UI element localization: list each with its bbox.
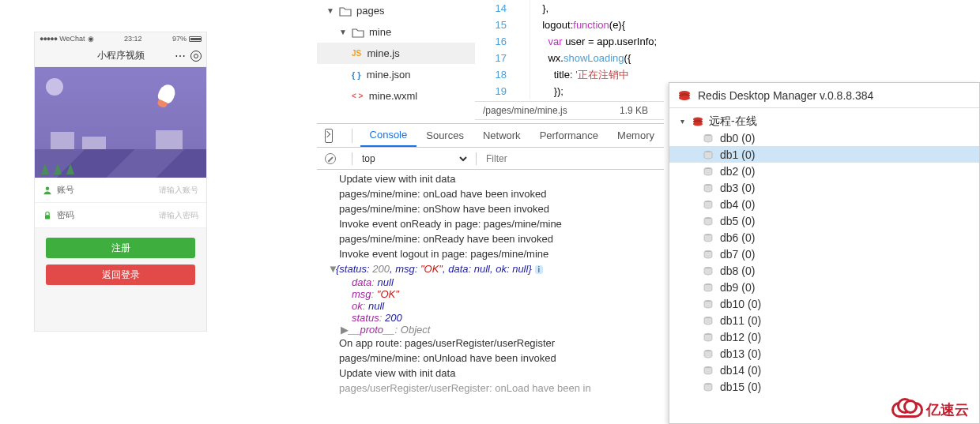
server-label: 远程-在线 <box>709 114 757 129</box>
folder-mine[interactable]: ▼mine <box>317 21 475 43</box>
line-number: 19 <box>475 85 519 97</box>
redis-db-item[interactable]: db7 (0) <box>669 246 979 262</box>
tab-network[interactable]: Network <box>473 124 530 147</box>
log-object[interactable]: ▼{status: 200, msg: "OK", data: null, ok… <box>317 261 664 276</box>
more-icon[interactable]: ⋯ <box>175 50 186 62</box>
redis-db-item[interactable]: db15 (0) <box>669 378 979 395</box>
db-label: db9 (0) <box>720 281 755 294</box>
log-line: pages/mine/mine: onUnload have been invo… <box>317 351 664 366</box>
db-label: db15 (0) <box>720 381 761 393</box>
database-icon <box>703 265 715 276</box>
db-label: db8 (0) <box>720 265 755 277</box>
file-label: mine.json <box>367 69 411 81</box>
console-toolbar: top <box>317 148 664 170</box>
folder-pages[interactable]: ▼pages <box>317 0 475 21</box>
redis-db-item[interactable]: db6 (0) <box>669 229 979 246</box>
file-mine-wxml[interactable]: < > mine.wxml <box>317 85 475 107</box>
file-label: mine.js <box>367 47 399 59</box>
tab-sources[interactable]: Sources <box>416 124 473 147</box>
tab-performance[interactable]: Performance <box>530 124 608 147</box>
code-text: }, <box>530 2 548 14</box>
register-button[interactable]: 注册 <box>46 238 195 258</box>
code-text: logout:function(e){ <box>530 19 625 31</box>
file-path: /pages/mine/mine.js <box>483 105 567 116</box>
app-title: 小程序视频 <box>97 49 145 62</box>
signal-icon: ●●●●● <box>40 35 57 43</box>
redis-db-item[interactable]: db1 (0) <box>669 146 979 163</box>
redis-db-item[interactable]: db8 (0) <box>669 262 979 279</box>
redis-db-item[interactable]: db2 (0) <box>669 163 979 179</box>
database-icon <box>703 182 715 193</box>
target-icon[interactable] <box>190 51 202 62</box>
log-line: pages/userRegister/userRegister: onLoad … <box>317 381 664 396</box>
file-mine-json[interactable]: { } mine.json <box>317 64 475 85</box>
redis-server-icon <box>692 115 704 128</box>
redis-db-item[interactable]: db12 (0) <box>669 328 979 345</box>
redis-tree: ▾ 远程-在线 db0 (0)db1 (0)db2 (0)db3 (0)db4 … <box>669 108 979 400</box>
back-login-button[interactable]: 返回登录 <box>46 265 195 285</box>
database-icon <box>703 282 715 293</box>
account-placeholder: 请输入账号 <box>159 185 198 196</box>
database-icon <box>703 348 715 359</box>
context-select[interactable]: top <box>359 152 469 165</box>
db-label: db12 (0) <box>720 331 761 343</box>
db-label: db0 (0) <box>720 132 755 144</box>
redis-db-item[interactable]: db0 (0) <box>669 129 979 146</box>
log-line: pages/mine/mine: onReady have been invok… <box>317 231 664 246</box>
database-icon <box>703 199 715 210</box>
redis-db-item[interactable]: db4 (0) <box>669 196 979 212</box>
console-log[interactable]: Update view with init data pages/mine/mi… <box>317 170 664 397</box>
file-label: mine.wxml <box>369 90 417 102</box>
tab-memory[interactable]: Memory <box>608 124 664 147</box>
carrier-label: WeChat <box>59 35 85 43</box>
object-property: data: null <box>317 276 664 288</box>
db-label: db6 (0) <box>720 231 755 244</box>
line-number: 15 <box>475 19 519 31</box>
db-label: db2 (0) <box>720 165 755 178</box>
svg-point-4 <box>679 96 690 100</box>
clear-console-icon[interactable] <box>325 153 336 164</box>
line-number: 16 <box>475 36 519 47</box>
code-text: var user = app.userInfo; <box>530 36 657 47</box>
filter-input[interactable] <box>483 152 664 166</box>
redis-db-item[interactable]: db10 (0) <box>669 295 979 312</box>
password-field[interactable]: 密码 请输入密码 <box>35 203 206 228</box>
tab-console[interactable]: Console <box>360 124 417 147</box>
battery-percent: 97% <box>172 35 187 43</box>
svg-rect-1 <box>45 215 50 219</box>
redis-db-item[interactable]: db3 (0) <box>669 179 979 196</box>
database-icon <box>703 166 715 177</box>
redis-server[interactable]: ▾ 远程-在线 <box>669 113 979 129</box>
account-field[interactable]: 账号 请输入账号 <box>35 178 206 203</box>
app-title-bar: 小程序视频 ⋯ <box>35 45 206 67</box>
file-mine-js[interactable]: JS mine.js <box>317 43 475 64</box>
folder-label: pages <box>356 5 384 17</box>
redis-db-item[interactable]: db14 (0) <box>669 362 979 378</box>
object-property: status: 200 <box>317 312 664 324</box>
object-property[interactable]: ▶__proto__: Object <box>317 324 664 336</box>
redis-db-item[interactable]: db5 (0) <box>669 212 979 229</box>
object-property: ok: null <box>317 300 664 312</box>
json-icon: { } <box>352 70 361 80</box>
lock-icon <box>43 211 52 220</box>
database-icon <box>703 332 715 343</box>
phone-simulator: ●●●●●WeChat◉ 23:12 97% 小程序视频 ⋯ 账号 请输入账号 … <box>34 32 207 332</box>
database-icon <box>703 365 715 376</box>
log-line: pages/mine/mine: onShow have been invoke… <box>317 201 664 216</box>
line-number: 14 <box>475 2 519 14</box>
redis-title-bar: Redis Desktop Manager v.0.8.8.384 <box>669 83 979 108</box>
clock-label: 23:12 <box>94 35 172 43</box>
devtools-tabs: Console Sources Network Performance Memo… <box>317 124 664 148</box>
object-property: msg: "OK" <box>317 288 664 300</box>
db-label: db5 (0) <box>720 215 755 227</box>
database-icon <box>703 216 715 227</box>
redis-db-item[interactable]: db9 (0) <box>669 279 979 295</box>
inspect-icon[interactable] <box>325 129 333 143</box>
database-icon <box>703 232 715 243</box>
database-icon <box>703 315 715 326</box>
devtools-panel: Console Sources Network Performance Memo… <box>317 123 664 424</box>
hero-illustration <box>35 67 206 178</box>
redis-db-item[interactable]: db11 (0) <box>669 312 979 328</box>
folder-icon <box>339 6 352 17</box>
redis-db-item[interactable]: db13 (0) <box>669 345 979 362</box>
